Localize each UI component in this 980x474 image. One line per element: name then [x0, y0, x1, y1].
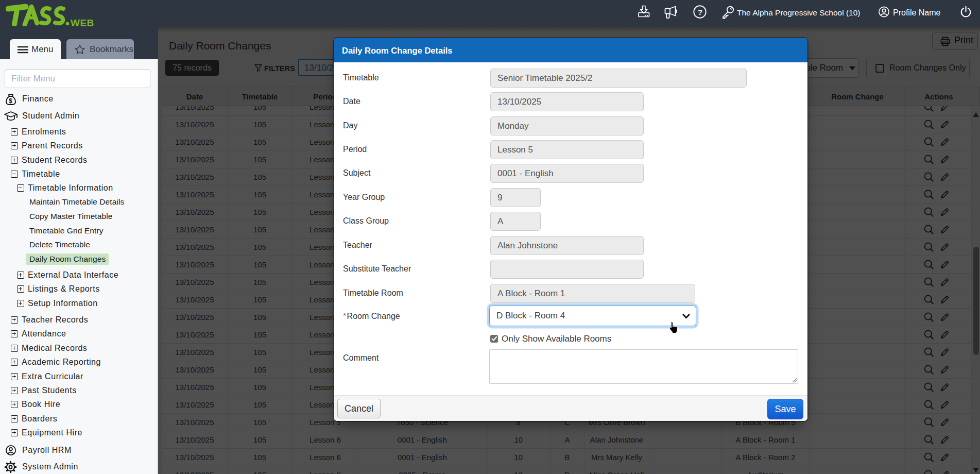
svg-text:WEB: WEB [71, 18, 94, 27]
svg-text:$: $ [9, 97, 12, 105]
svg-text:?: ? [698, 8, 702, 16]
